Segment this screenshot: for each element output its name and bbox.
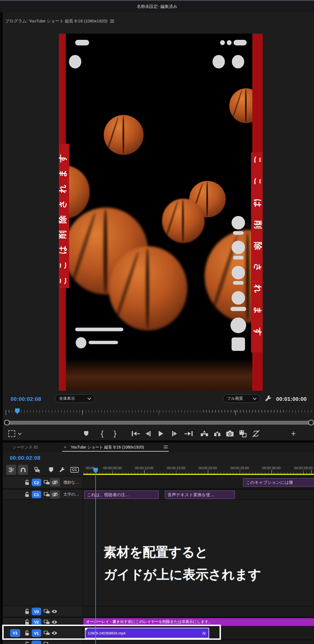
step-forward-button[interactable]: [172, 427, 177, 440]
chevron-down-icon: [87, 396, 91, 400]
phone-ui-top-dot: [227, 40, 232, 45]
basketball: [162, 199, 205, 243]
program-horizontal-scrollbar[interactable]: [6, 421, 312, 425]
go-to-out-button[interactable]: [184, 427, 193, 440]
ruler-label: 00:00:35:00: [294, 466, 313, 470]
track-a1-lane[interactable]: [83, 640, 314, 644]
track-v2-visibility-button[interactable]: [51, 620, 58, 624]
program-mini-timeline[interactable]: [6, 409, 312, 416]
ruler-label: 00:00:25:00: [230, 466, 249, 470]
arrow-tail: [184, 433, 187, 434]
caption-clip[interactable]: このキャプションには微: [243, 478, 314, 487]
arrow-tail: [137, 433, 140, 434]
magnet-icon: [21, 468, 26, 472]
lock-icon[interactable]: [25, 480, 29, 486]
captions-visibility-button[interactable]: CC: [70, 465, 80, 475]
track-c2-badge[interactable]: C2: [32, 479, 41, 486]
play-icon: [159, 431, 163, 436]
cc-icon: CC: [70, 467, 78, 473]
marker-icon: [49, 467, 53, 472]
lock-icon[interactable]: [25, 619, 29, 625]
timeline-tab-bar: [3, 443, 314, 452]
phone-ui-top-dot: [220, 40, 225, 45]
go-to-in-icon: [132, 431, 133, 436]
overlay-clip-text: オーバーレイ - 書き出す前にこのレイヤーを削除または非表示にします。: [86, 619, 212, 624]
timeline-playhead-line[interactable]: [95, 473, 96, 644]
timeline-settings-wrench-button[interactable]: [57, 465, 67, 475]
sync-lock-icon[interactable]: [44, 492, 50, 497]
settings-wrench-button[interactable]: [265, 395, 272, 402]
timeline-panel-menu-icon[interactable]: [164, 445, 168, 449]
scrollbar-right-handle[interactable]: [308, 420, 314, 426]
ruler-label: 00:00:15:00: [167, 466, 185, 470]
track-v3-badge[interactable]: V3: [32, 608, 41, 615]
playback-quality-select[interactable]: フル画質: [223, 394, 260, 403]
phone-ui-action-label: [233, 256, 244, 259]
track-c2-visibility-button[interactable]: [50, 478, 60, 487]
lock-icon[interactable]: [25, 609, 29, 615]
phone-ui-action-label: [230, 307, 246, 311]
step-back-icon: [146, 432, 149, 436]
go-to-in-button[interactable]: [132, 427, 140, 440]
track-c1-visibility-button[interactable]: [50, 490, 60, 499]
transport-controls: { } +: [0, 427, 314, 440]
track-c1: C1 太字の… これは、視聴者の注… 音声テキスト変換を使…: [3, 489, 314, 500]
phone-ui-caption-bar: [75, 328, 123, 331]
court-floor: [66, 358, 252, 391]
track-a1-badge[interactable]: [32, 641, 41, 644]
marquee-icon: [8, 430, 15, 437]
sync-lock-icon[interactable]: [44, 480, 50, 485]
comparison-view-button[interactable]: [239, 427, 247, 440]
play-button[interactable]: [159, 427, 163, 440]
sync-lock-icon[interactable]: [44, 609, 50, 614]
phone-ui-caption-bar: [89, 341, 118, 344]
timeline-current-timecode[interactable]: 00:00:02:08: [10, 455, 40, 461]
scrollbar-left-handle[interactable]: [4, 420, 10, 426]
caption-clip[interactable]: 音声テキスト変換を使…: [165, 491, 235, 499]
settings-chevron[interactable]: [19, 427, 21, 440]
mini-timeline-major-ticks: [6, 410, 312, 415]
close-tab-icon[interactable]: ×: [64, 445, 66, 449]
global-fx-mute-button[interactable]: [252, 427, 260, 440]
program-panel-header: プログラム: YouTube ショート 縦長 9:16 (1080x1920): [5, 17, 114, 25]
safe-margins-button[interactable]: [8, 427, 15, 440]
lock-icon[interactable]: [25, 492, 29, 498]
highlight-rectangle: [2, 625, 221, 640]
go-to-out-icon: [191, 431, 193, 436]
zoom-level-select[interactable]: 全体表示: [55, 394, 95, 403]
sync-lock-icon[interactable]: [44, 642, 50, 644]
export-frame-button[interactable]: [226, 427, 234, 440]
linked-selection-button[interactable]: [33, 465, 43, 475]
panel-divider[interactable]: [0, 440, 314, 443]
render-bar-yellow: [83, 474, 314, 475]
tab-sequence-01[interactable]: シーケンス 01: [13, 445, 38, 450]
insert-overwrite-sequence-button[interactable]: [6, 465, 16, 475]
sync-lock-icon[interactable]: [44, 620, 50, 624]
track-v3-visibility-button[interactable]: [51, 609, 58, 614]
window-title: 名称未設定- 編集済み: [137, 4, 177, 9]
snap-toggle-button[interactable]: [18, 465, 28, 475]
basketball: [109, 246, 187, 330]
bar-icon: [149, 431, 151, 436]
mark-in-button[interactable]: {: [100, 427, 105, 440]
lift-button[interactable]: [200, 427, 209, 440]
mark-out-button[interactable]: }: [113, 427, 117, 440]
title-bar[interactable]: 名称未設定- 編集済み: [0, 1, 314, 12]
add-marker-button[interactable]: [84, 427, 88, 440]
step-back-button[interactable]: [146, 427, 151, 440]
program-current-timecode[interactable]: 00:00:02:08: [11, 396, 41, 402]
track-v3-lane[interactable]: [83, 606, 314, 617]
ruler-label: 00:00:05:00: [103, 466, 122, 470]
button-editor-button[interactable]: +: [291, 427, 296, 440]
extract-button[interactable]: [213, 427, 221, 440]
ruler-major-ticks: [83, 470, 314, 474]
phone-ui-action-label: [233, 281, 244, 285]
lock-icon[interactable]: [25, 641, 29, 644]
tab-youtube-short[interactable]: YouTube ショート 縦長 9:16 (1080x1920): [71, 445, 144, 450]
timeline-marker-button[interactable]: [46, 465, 56, 475]
panel-menu-icon[interactable]: [110, 20, 114, 23]
track-c1-badge[interactable]: C1: [32, 491, 41, 498]
phone-ui-action-square: [232, 337, 245, 351]
timeline-toolbar: CC: [0, 464, 83, 476]
caption-clip-text: 音声テキスト変換を使…: [168, 492, 214, 498]
